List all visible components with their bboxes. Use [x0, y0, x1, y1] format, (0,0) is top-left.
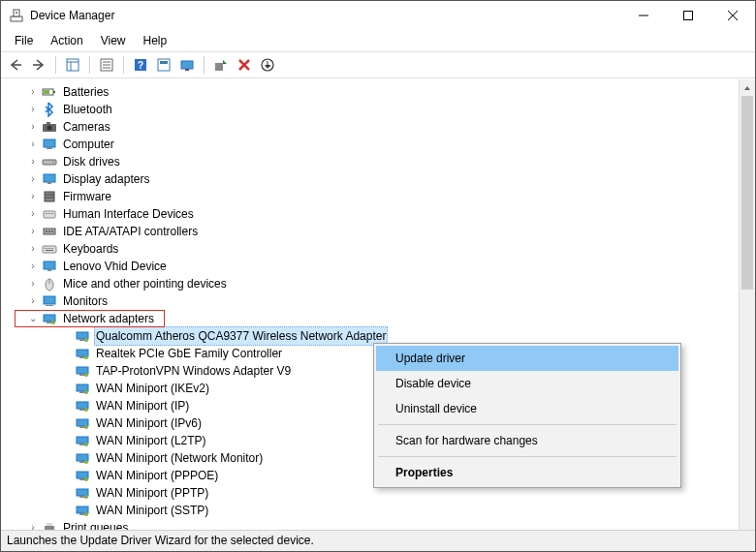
collapse-icon[interactable]: ⌄: [26, 310, 40, 327]
network-icon: [75, 433, 90, 448]
svg-rect-74: [77, 384, 88, 391]
expand-icon[interactable]: ›: [26, 205, 40, 223]
tree-category[interactable]: ›Disk drives: [11, 153, 755, 170]
tree-category[interactable]: ›Lenovo Vhid Device: [11, 258, 755, 275]
tree-category[interactable]: ›Firmware: [11, 188, 755, 205]
tree-category-label: Bluetooth: [61, 101, 114, 118]
expand-icon[interactable]: ›: [26, 240, 40, 258]
menu-view[interactable]: View: [93, 32, 134, 49]
scrollbar-thumb[interactable]: [741, 96, 753, 290]
svg-rect-56: [44, 261, 55, 269]
tree-category[interactable]: ›Keyboards: [11, 240, 755, 258]
expand-icon[interactable]: ›: [26, 83, 40, 101]
tree-category[interactable]: ›Computer: [11, 136, 755, 153]
svg-point-48: [51, 230, 53, 232]
svg-rect-80: [77, 419, 88, 426]
tree-category[interactable]: ›Mice and other pointing devices: [11, 275, 755, 292]
svg-rect-41: [44, 211, 55, 218]
close-button[interactable]: [710, 1, 755, 30]
help-button[interactable]: ?: [130, 54, 151, 76]
tree-category[interactable]: ›IDE ATA/ATAPI controllers: [11, 223, 755, 240]
svg-rect-42: [46, 213, 47, 214]
action-button[interactable]: [153, 54, 174, 76]
back-button[interactable]: [5, 54, 26, 76]
expand-icon[interactable]: ›: [26, 101, 40, 118]
tree-category[interactable]: ›Batteries: [11, 83, 755, 101]
svg-rect-61: [46, 305, 53, 306]
context-uninstall-device[interactable]: Uninstall device: [376, 396, 678, 421]
svg-rect-52: [48, 248, 49, 249]
expand-icon[interactable]: ›: [26, 188, 40, 205]
tree-device[interactable]: ›WAN Miniport (SSTP): [11, 502, 755, 519]
separator: [55, 56, 56, 74]
expand-icon[interactable]: ›: [26, 170, 40, 188]
expand-icon[interactable]: ›: [26, 153, 40, 170]
context-scan-hardware[interactable]: Scan for hardware changes: [376, 428, 678, 453]
tree-category[interactable]: ›Human Interface Devices: [11, 205, 755, 223]
tree-category[interactable]: ›Bluetooth: [11, 101, 755, 118]
tree-category[interactable]: ›Cameras: [11, 118, 755, 136]
scan-hardware-button[interactable]: [176, 54, 198, 76]
svg-rect-36: [44, 174, 55, 182]
enable-button[interactable]: [210, 54, 232, 76]
minimize-button[interactable]: [621, 1, 666, 30]
svg-rect-27: [53, 91, 55, 93]
maximize-button[interactable]: [666, 1, 710, 30]
vertical-scrollbar[interactable]: [739, 79, 755, 543]
network-icon: [42, 311, 57, 326]
svg-rect-31: [47, 122, 50, 124]
network-icon: [75, 450, 90, 466]
svg-rect-53: [50, 248, 51, 249]
ide-icon: [42, 224, 57, 239]
network-icon: [75, 328, 90, 344]
tree-category[interactable]: ›Monitors: [11, 292, 755, 310]
window-controls: [621, 1, 755, 30]
context-properties[interactable]: Properties: [376, 460, 678, 485]
tree-device-label: WAN Miniport (Network Monitor): [94, 449, 265, 467]
tree-device-label: Qualcomm Atheros QCA9377 Wireless Networ…: [94, 326, 388, 346]
context-update-driver[interactable]: Update driver: [376, 346, 678, 371]
display-icon: [42, 259, 57, 274]
svg-rect-86: [77, 454, 88, 461]
svg-rect-95: [77, 506, 88, 513]
svg-rect-9: [67, 59, 79, 71]
network-icon: [75, 503, 90, 518]
network-icon: [75, 485, 90, 501]
network-icon: [75, 381, 90, 396]
context-disable-device[interactable]: Disable device: [376, 371, 678, 396]
expand-icon[interactable]: ›: [26, 136, 40, 153]
svg-rect-54: [52, 248, 53, 249]
tree-device-label: WAN Miniport (PPPOE): [94, 467, 220, 484]
tree-device-label: Realtek PCIe GbE Family Controller: [94, 345, 284, 362]
update-driver-button[interactable]: [257, 54, 278, 76]
svg-rect-77: [77, 402, 88, 409]
tree-category[interactable]: ›Display adapters: [11, 170, 755, 188]
svg-point-82: [84, 425, 88, 429]
mouse-icon: [42, 276, 57, 291]
properties-button[interactable]: [96, 54, 117, 76]
uninstall-button[interactable]: [234, 54, 255, 76]
tree-device-label: WAN Miniport (IP): [94, 397, 191, 414]
svg-point-2: [16, 12, 17, 14]
expand-icon[interactable]: ›: [26, 223, 40, 240]
tree-device-label: WAN Miniport (IKEv2): [94, 380, 211, 397]
tree-device-label: WAN Miniport (SSTP): [94, 502, 210, 519]
expand-icon[interactable]: ›: [26, 118, 40, 136]
tree-category[interactable]: ⌄Network adapters: [11, 310, 755, 327]
scroll-up-icon[interactable]: [740, 79, 755, 96]
expand-icon[interactable]: ›: [26, 292, 40, 310]
menu-file[interactable]: File: [7, 32, 41, 49]
network-icon: [75, 415, 90, 431]
battery-icon: [42, 84, 57, 100]
show-hide-tree-button[interactable]: [62, 54, 83, 76]
context-menu: Update driver Disable device Uninstall d…: [373, 343, 681, 488]
menu-action[interactable]: Action: [43, 32, 90, 49]
forward-button[interactable]: [28, 54, 49, 76]
svg-point-76: [84, 390, 88, 394]
svg-rect-43: [48, 213, 50, 214]
network-icon: [75, 468, 90, 483]
toolbar: ?: [1, 51, 755, 78]
expand-icon[interactable]: ›: [26, 275, 40, 292]
menu-help[interactable]: Help: [136, 32, 175, 49]
expand-icon[interactable]: ›: [26, 258, 40, 275]
